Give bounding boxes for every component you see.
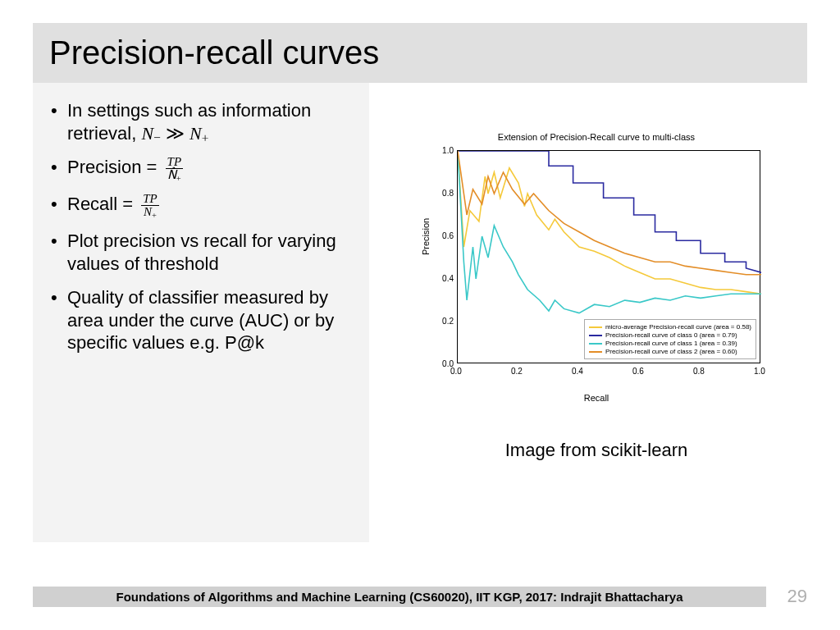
chart-panel: Extension of Precision-Recall curve to m…: [386, 83, 807, 542]
slide-title: Precision-recall curves: [33, 23, 807, 83]
chart-legend: micro-average Precision-recall curve (ar…: [584, 319, 756, 359]
chart-xlabel: Recall: [416, 393, 777, 403]
footer-text: Foundations of Algorithms and Machine Le…: [33, 587, 766, 607]
bullet-panel: In settings such as information retrieva…: [33, 83, 369, 542]
precision-recall-chart: Extension of Precision-Recall curve to m…: [416, 132, 777, 403]
legend-item: Precision-recall curve of class 1 (area …: [589, 340, 751, 347]
bullet-3-text: Recall =: [67, 194, 138, 214]
bullet-2-text: Precision =: [67, 157, 162, 177]
legend-item: micro-average Precision-recall curve (ar…: [589, 323, 751, 331]
bullet-1: In settings such as information retrieva…: [48, 99, 354, 144]
bullet-2: Precision = TPN̂+: [48, 156, 354, 181]
legend-swatch: [589, 343, 602, 345]
legend-label: Precision-recall curve of class 1 (area …: [605, 340, 737, 347]
footer: Foundations of Algorithms and Machine Le…: [33, 586, 807, 607]
legend-label: micro-average Precision-recall curve (ar…: [605, 323, 751, 331]
bullet-4: Plot precision vs recall for varying val…: [48, 230, 354, 275]
legend-label: Precision-recall curve of class 2 (area …: [605, 348, 737, 355]
chart-title: Extension of Precision-Recall curve to m…: [416, 132, 777, 142]
chart-ylabel: Precision: [421, 218, 431, 255]
legend-swatch: [589, 335, 602, 336]
chart-caption: Image from scikit-learn: [505, 440, 688, 461]
legend-item: Precision-recall curve of class 0 (area …: [589, 331, 751, 339]
legend-swatch: [589, 351, 602, 353]
legend-label: Precision-recall curve of class 0 (area …: [605, 331, 737, 339]
page-number: 29: [766, 586, 807, 607]
plot-area: micro-average Precision-recall curve (ar…: [457, 150, 760, 363]
content-area: In settings such as information retrieva…: [33, 83, 807, 542]
legend-swatch: [589, 326, 602, 328]
bullet-3: Recall = TPN+: [48, 193, 354, 218]
legend-item: Precision-recall curve of class 2 (area …: [589, 348, 751, 355]
bullet-5: Quality of classifier measured by area u…: [48, 286, 354, 354]
